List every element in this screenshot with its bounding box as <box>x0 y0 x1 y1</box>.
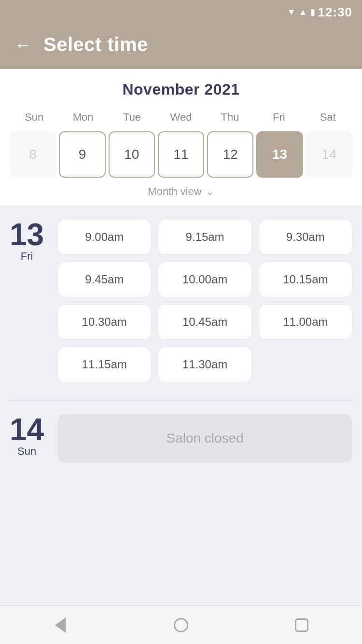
time-slot-1030am[interactable]: 10.30am <box>57 304 151 340</box>
time-slot-930am[interactable]: 9.30am <box>259 219 352 255</box>
month-view-label: Month view <box>148 185 201 198</box>
home-circle-icon <box>174 618 188 632</box>
cal-day-13[interactable]: 13 <box>256 131 303 178</box>
weekdays-row: Sun Mon Tue Wed Thu Fri Sat <box>10 108 352 126</box>
day-13-name: Fri <box>21 250 33 263</box>
cal-day-10[interactable]: 10 <box>109 131 155 178</box>
day-13-section: 13 Fri 9.00am 9.15am 9.30am 9.45am 10.00… <box>0 206 362 400</box>
wifi-icon: ▼ <box>287 7 296 17</box>
recents-square-icon <box>295 618 308 632</box>
nav-recents-button[interactable] <box>287 611 316 640</box>
cal-day-8: 8 <box>10 131 56 178</box>
time-slot-1000am[interactable]: 10.00am <box>158 262 251 297</box>
time-slot-915am[interactable]: 9.15am <box>158 219 251 255</box>
battery-icon: ▮ <box>310 7 315 17</box>
page-title: Select time <box>43 34 148 56</box>
day-13-number: 13 <box>10 219 44 250</box>
day-14-number-block: 14 Sun <box>10 414 44 458</box>
timeslots-container: 13 Fri 9.00am 9.15am 9.30am 9.45am 10.00… <box>0 206 362 605</box>
back-button[interactable]: ← <box>14 36 32 54</box>
chevron-down-icon: ⌄ <box>206 185 214 198</box>
time-slot-1015am[interactable]: 10.15am <box>259 262 352 297</box>
time-grid-13: 9.00am 9.15am 9.30am 9.45am 10.00am 10.1… <box>57 219 352 382</box>
day-14-name: Sun <box>17 445 36 458</box>
month-view-toggle[interactable]: Month view ⌄ <box>10 185 352 198</box>
header: ← Select time <box>0 24 362 69</box>
cal-day-9[interactable]: 9 <box>59 131 105 178</box>
signal-icon: ▲ <box>299 7 307 17</box>
status-icons: ▼ ▲ ▮ 12:30 <box>287 5 352 20</box>
weekday-fri: Fri <box>254 108 303 126</box>
time-slot-900am[interactable]: 9.00am <box>57 219 151 255</box>
day-13-number-block: 13 Fri <box>10 219 44 263</box>
day-14-section: 14 Sun Salon closed <box>0 401 362 470</box>
status-time: 12:30 <box>318 5 353 20</box>
salon-closed-box: Salon closed <box>57 414 352 462</box>
weekday-sat: Sat <box>304 108 352 126</box>
cal-day-14: 14 <box>306 131 352 178</box>
nav-home-button[interactable] <box>167 611 195 640</box>
nav-bar <box>0 605 362 644</box>
status-bar: ▼ ▲ ▮ 12:30 <box>0 0 362 24</box>
weekday-wed: Wed <box>156 108 205 126</box>
back-triangle-icon <box>55 617 66 633</box>
calendar-section: November 2021 Sun Mon Tue Wed Thu Fri Sa… <box>0 69 362 206</box>
time-slot-1115am[interactable]: 11.15am <box>57 347 151 382</box>
weekday-mon: Mon <box>58 108 107 126</box>
weekday-thu: Thu <box>206 108 254 126</box>
weekday-tue: Tue <box>108 108 156 126</box>
cal-day-11[interactable]: 11 <box>158 131 204 178</box>
time-slot-1045am[interactable]: 10.45am <box>158 304 251 340</box>
month-year-label: November 2021 <box>10 81 352 98</box>
calendar-days-row: 8 9 10 11 12 13 14 <box>10 131 352 178</box>
weekday-sun: Sun <box>10 108 58 126</box>
time-slot-1100am[interactable]: 11.00am <box>259 304 352 340</box>
day-13-header: 13 Fri 9.00am 9.15am 9.30am 9.45am 10.00… <box>10 219 352 382</box>
cal-day-12[interactable]: 12 <box>207 131 253 178</box>
day-14-number: 14 <box>10 414 44 445</box>
salon-closed-label: Salon closed <box>166 431 243 446</box>
time-slot-945am[interactable]: 9.45am <box>57 262 151 297</box>
nav-back-button[interactable] <box>46 611 75 640</box>
time-slot-1130am[interactable]: 11.30am <box>158 347 251 382</box>
